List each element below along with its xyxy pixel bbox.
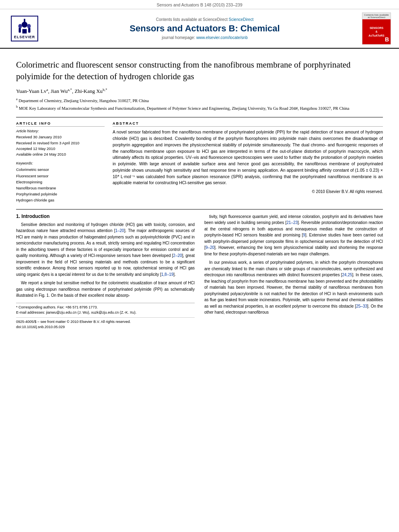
body-right-column: tivity, high fluorescence quantum yield,… xyxy=(204,214,383,330)
affiliation-a: a Department of Chemistry, Zhejiang Univ… xyxy=(16,97,383,104)
history-heading: Article history: xyxy=(16,129,105,133)
journal-header: ELSEVIER Contents lists available at Sci… xyxy=(0,9,399,49)
accepted-date: Accepted 12 May 2010 xyxy=(16,146,105,152)
keyword-6: Hydrogen chloride gas xyxy=(16,197,105,203)
sensors-logo-top-text: Contents lists available at ScienceDirec… xyxy=(362,13,391,19)
available-date: Available online 24 May 2010 xyxy=(16,152,105,157)
footnote-divider xyxy=(16,317,195,318)
svg-rect-3 xyxy=(28,28,30,33)
revised-date: Received in revised form 3 April 2010 xyxy=(16,140,105,146)
article-title: Colorimetric and fluorescent sensor cons… xyxy=(16,59,383,83)
elsevier-logo: ELSEVIER xyxy=(6,12,43,45)
article-history: Article history: Received 30 January 201… xyxy=(16,129,105,157)
body-left-column: 1. Introduction Sensitive detection and … xyxy=(16,214,195,330)
keyword-1: Colorimetric sensor xyxy=(16,166,105,173)
sciencedirect-link[interactable]: ScienceDirect xyxy=(228,17,253,22)
keywords-heading: Keywords: xyxy=(16,161,105,165)
sensors-logo-text: SENSORS&AcTuAToRS xyxy=(368,25,385,38)
right-para-2: In our previous work, a series of porphy… xyxy=(204,259,383,316)
sensors-actuators-logo: Contents lists available at ScienceDirec… xyxy=(360,12,393,45)
sensors-b-badge: B xyxy=(384,36,390,43)
sensors-logo-box: Contents lists available at ScienceDirec… xyxy=(362,12,391,45)
contents-line: Contents lists available at ScienceDirec… xyxy=(156,17,253,22)
svg-rect-2 xyxy=(19,28,21,33)
affiliation-b: b MOE Key Laboratory of Macromolecular S… xyxy=(16,105,383,111)
intro-body-text: Sensitive detection and monitoring of hy… xyxy=(16,222,195,299)
journal-homepage: journal homepage: www.elsevier.com/locat… xyxy=(162,35,247,40)
received-date: Received 30 January 2010 xyxy=(16,134,105,140)
footnote-issn: 0925-4005/$ – see front matter © 2010 El… xyxy=(16,319,195,325)
journal-reference-bar: Sensors and Actuators B 148 (2010) 233–2… xyxy=(0,0,399,9)
introduction-heading: 1. Introduction xyxy=(16,214,195,219)
authors-line: Yuan-Yuan Lva, Jian Wua,*, Zhi-Kang Xub,… xyxy=(16,88,383,94)
elsevier-logo-box: ELSEVIER xyxy=(11,16,39,41)
journal-title: Sensors and Actuators B: Chemical xyxy=(130,23,280,34)
journal-url[interactable]: www.elsevier.com/locate/snb xyxy=(196,35,248,40)
keyword-5: Porphyrinated polyimide xyxy=(16,191,105,197)
elsevier-text: ELSEVIER xyxy=(14,35,35,39)
svg-rect-4 xyxy=(23,29,27,33)
header-center: Contents lists available at ScienceDirec… xyxy=(49,12,360,45)
article-info-column: ARTICLE INFO Article history: Received 3… xyxy=(16,121,105,203)
body-two-columns: 1. Introduction Sensitive detection and … xyxy=(16,214,383,330)
main-content: Colorimetric and fluorescent sensor cons… xyxy=(0,49,399,334)
keyword-2: Fluorescent sensor xyxy=(16,173,105,179)
svg-point-5 xyxy=(19,24,22,29)
abstract-column: ABSTRACT A novel sensor fabricated from … xyxy=(113,121,383,203)
right-para-1: tivity, high fluorescence quantum yield,… xyxy=(204,214,383,257)
footnote-email: E-mail addresses: jianwu@zju.edu.cn (J. … xyxy=(16,310,195,316)
page: Sensors and Actuators B 148 (2010) 233–2… xyxy=(0,0,399,532)
journal-ref-text: Sensors and Actuators B 148 (2010) 233–2… xyxy=(156,2,242,7)
intro-para-1: Sensitive detection and monitoring of hy… xyxy=(16,222,195,278)
footnote-corresponding: * Corresponding authors. Fax: +86 571 87… xyxy=(16,305,195,310)
keyword-4: Nanofibrous membrane xyxy=(16,185,105,191)
copyright-text: © 2010 Elsevier B.V. All rights reserved… xyxy=(113,189,383,195)
body-section: 1. Introduction Sensitive detection and … xyxy=(16,209,383,330)
svg-point-1 xyxy=(22,22,28,28)
intro-para-2: We report a simple but sensitive method … xyxy=(16,280,195,299)
elsevier-tree-icon xyxy=(15,18,34,34)
abstract-label: ABSTRACT xyxy=(113,121,383,127)
keyword-3: Electrospinning xyxy=(16,179,105,185)
keywords-section: Keywords: Colorimetric sensor Fluorescen… xyxy=(16,161,105,203)
footnotes-section: * Corresponding authors. Fax: +86 571 87… xyxy=(16,303,195,316)
svg-point-6 xyxy=(27,24,31,29)
article-info-abstract-section: ARTICLE INFO Article history: Received 3… xyxy=(16,117,383,203)
abstract-text: A novel sensor fabricated from the nanof… xyxy=(113,129,383,195)
sensors-logo-mid: SENSORS&AcTuAToRS B xyxy=(362,19,391,44)
article-info-label: ARTICLE INFO xyxy=(16,121,105,127)
footnote-doi: doi:10.1016/j.snb.2010.05.029 xyxy=(16,325,195,330)
right-col-intro-text: tivity, high fluorescence quantum yield,… xyxy=(204,214,383,316)
